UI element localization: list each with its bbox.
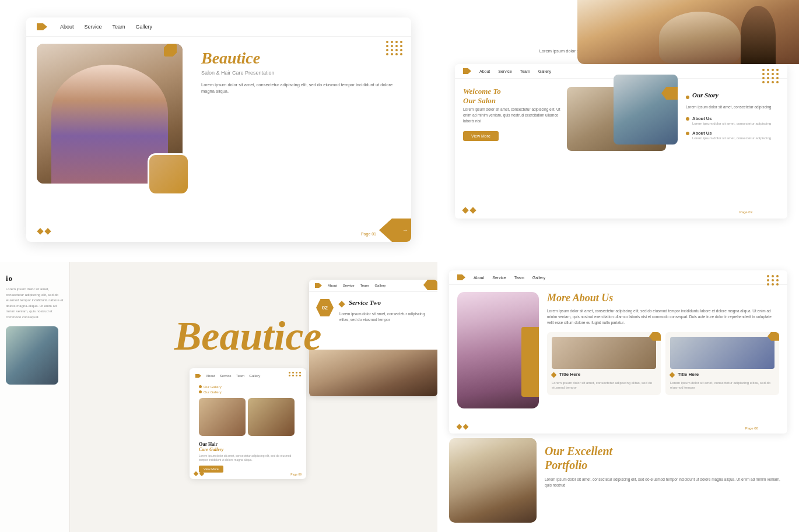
hero-nav-team[interactable]: Team xyxy=(113,24,125,30)
ls-salon-image xyxy=(6,326,58,385)
bs-right-panel: Our Story Lorem ipsum dolor sit amet, co… xyxy=(686,87,779,150)
ms-diamond-1 xyxy=(457,424,462,430)
bs-about-content-2: About Us Lorem ipsum dolor sit amet, con… xyxy=(692,131,771,140)
hero-slide: About Service Team Gallery xyxy=(26,17,411,242)
bs-body-text: Lorem ipsum dolor sit amet, consectetur … xyxy=(463,107,568,124)
gallery-sub-slide: About Service Team Gallery xyxy=(190,368,306,479)
ms-logo-icon xyxy=(457,274,465,280)
hero-title-prefix: Beaut xyxy=(201,49,241,67)
ms-body: More About Us Lorem ipsum dolor sit amet… xyxy=(449,285,787,415)
bs-story-text: Lorem ipsum dolor sit amet, consectetur … xyxy=(686,104,779,110)
hero-images xyxy=(37,44,194,207)
more-about-slide: About Service Team Gallery xyxy=(449,270,787,434)
logo-cell: io Lorem ipsum dolor sit amet, consectet… xyxy=(0,262,437,532)
ms-card-1: Title Here Lorem ipsum dolor sit amet, c… xyxy=(547,332,661,395)
hero-nav-logo-icon xyxy=(37,23,47,30)
ms-right-content: More About Us Lorem ipsum dolor sit amet… xyxy=(547,292,779,408)
hero-title: Beautice xyxy=(201,50,401,68)
bestsalon-cell: Best Salon & Hair Care In Town Lorem ips… xyxy=(437,0,799,262)
bs-nav-service[interactable]: Service xyxy=(498,69,511,73)
ms-card-2: Title Here Lorem ipsum dolor sit amet, c… xyxy=(665,332,779,395)
bs-left-content: Welcome To Our Salon Lorem ipsum dolor s… xyxy=(463,87,568,150)
ms-card-1-diamond-icon xyxy=(551,372,557,378)
ssl-dots xyxy=(289,372,302,376)
ms-corner-dots xyxy=(767,275,779,286)
sss-nav-gallery[interactable]: Gallery xyxy=(374,284,386,287)
service-sub-slide: About Service Team Gallery 02 Service Tw… xyxy=(309,280,437,396)
hero-nav: About Service Team Gallery xyxy=(26,17,411,37)
about-dot-2-icon xyxy=(686,132,689,135)
hero-cell: About Service Team Gallery xyxy=(0,0,437,262)
ssl-label-2: Our Gallery xyxy=(204,390,222,394)
bs-about-title-1: About Us xyxy=(692,116,771,121)
bestsalon-inner-slide: About Service Team Gallery Welcome To Ou… xyxy=(455,64,787,219)
ssl-body-text: Our Hair Care Gallery Lorem ipsum dolor … xyxy=(195,439,300,475)
ms-card-2-text: Lorem ipsum dolor sit amet, consectetur … xyxy=(670,380,775,390)
ms-nav-team[interactable]: Team xyxy=(514,276,524,280)
diamond-2 xyxy=(44,228,51,234)
logo-center: Beautice About Service Team Gallery xyxy=(174,262,322,532)
sss-nav-about[interactable]: About xyxy=(328,284,337,287)
bs-body: Welcome To Our Salon Lorem ipsum dolor s… xyxy=(455,79,787,158)
bs-diamond-1 xyxy=(462,207,468,213)
ssl-title: Our Hair Care Gallery xyxy=(199,442,297,453)
ms-nav-gallery[interactable]: Gallery xyxy=(532,276,545,280)
ssl-gallery-images xyxy=(195,398,300,436)
bestsalon-header-area: Best Salon & Hair Care In Town Lorem ips… xyxy=(437,0,799,64)
bs-view-more-button[interactable]: View More xyxy=(463,131,499,141)
ssl-image-2 xyxy=(248,398,295,436)
ms-card-1-title: Title Here xyxy=(559,372,580,377)
ourstory-dot-icon xyxy=(686,96,689,99)
sss-nav-service[interactable]: Service xyxy=(343,284,355,287)
bs-ourstory-header: Our Story xyxy=(686,91,779,102)
ms-nav-about[interactable]: About xyxy=(474,276,484,280)
ssl-logo-icon xyxy=(195,374,201,378)
sss-nav-team[interactable]: Team xyxy=(360,284,369,287)
ms-title: More About Us xyxy=(547,292,779,305)
bs-nav-gallery[interactable]: Gallery xyxy=(538,69,551,73)
bs-nav-about[interactable]: About xyxy=(479,69,490,73)
bs-salon-image-2 xyxy=(614,75,678,145)
hero-nav-about[interactable]: About xyxy=(60,24,74,30)
ms-nav: About Service Team Gallery xyxy=(449,270,787,285)
hero-description: Lorem ipsum dolor sit amet, consectetur … xyxy=(201,82,401,95)
sss-number-label: 02 xyxy=(322,305,328,311)
sss-nav: About Service Team Gallery xyxy=(309,280,437,292)
ssl-labels: Our Gallery Our Gallery xyxy=(195,382,300,398)
ms-body-text: Lorem ipsum dolor sit amet, consectetur … xyxy=(547,308,779,326)
ms-card-2-image xyxy=(670,337,775,369)
portfolio-title: Our Excellent Portfolio xyxy=(545,444,787,472)
bs-logo-icon xyxy=(463,68,471,74)
sss-logo-icon xyxy=(315,283,322,288)
sss-service-text: Lorem ipsum dolor sit amet, consectetur … xyxy=(339,311,430,323)
hero-diamonds xyxy=(38,229,50,234)
ms-brown-bar-decor xyxy=(521,327,539,397)
bs-about-text-2: Lorem ipsum dolor sit amet, consectetur … xyxy=(692,136,771,140)
ssl-image-1 xyxy=(199,398,246,436)
left-strip: io Lorem ipsum dolor sit amet, consectet… xyxy=(0,262,70,532)
big-logo-text: Beautice xyxy=(174,316,322,357)
hero-body: Beautice Salon & Hair Care Presentation … xyxy=(26,37,411,214)
ms-card-2-title-row: Title Here xyxy=(670,372,775,379)
ms-person-image xyxy=(457,292,539,408)
ssl-label-1: Our Gallery xyxy=(204,385,222,389)
ssl-body-text-content: Lorem ipsum dolor sit amet, consectetur … xyxy=(199,454,297,462)
ms-nav-service[interactable]: Service xyxy=(492,276,506,280)
bs-page-label: Page 03 xyxy=(740,210,752,214)
bs-about-item-1: About Us Lorem ipsum dolor sit amet, con… xyxy=(686,116,779,126)
page-grid: About Service Team Gallery xyxy=(0,0,799,532)
hero-text: Beautice Salon & Hair Care Presentation … xyxy=(201,44,401,94)
hero-nav-gallery[interactable]: Gallery xyxy=(136,24,153,30)
portfolio-section: Our Excellent Portfolio Lorem ipsum dolo… xyxy=(437,438,799,532)
hero-page-label: Page 01 xyxy=(361,232,376,236)
bs-nav-team[interactable]: Team xyxy=(520,69,530,73)
bs-diamonds xyxy=(463,208,475,213)
about-dot-1-icon xyxy=(686,117,689,121)
big-logo-prefix: Beaut xyxy=(174,313,274,358)
ms-card-2-title: Title Here xyxy=(678,372,699,377)
ssl-diamond-1 xyxy=(194,471,198,475)
hero-nav-service[interactable]: Service xyxy=(85,24,102,30)
hero-subtitle: Salon & Hair Care Presentation xyxy=(201,70,401,76)
sss-diamond-icon xyxy=(338,301,345,307)
bs-ourstory-label: Our Story xyxy=(692,91,719,98)
